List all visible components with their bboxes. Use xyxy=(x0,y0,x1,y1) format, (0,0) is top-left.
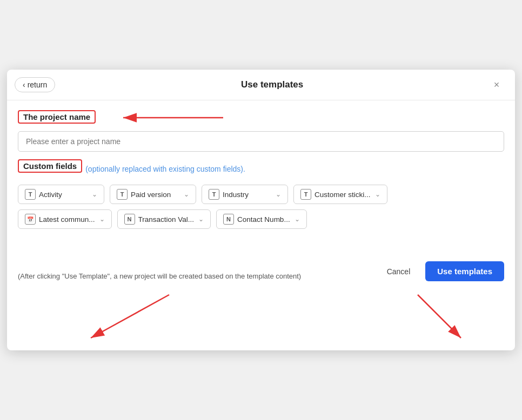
svg-line-2 xyxy=(91,295,169,338)
field-chip-transaction-val[interactable]: N Transaction Val... ⌄ xyxy=(117,209,211,229)
field-type-icon-paid: T xyxy=(117,189,128,200)
field-type-icon-activity: T xyxy=(25,189,36,200)
chevron-down-icon-transaction: ⌄ xyxy=(198,215,204,223)
custom-fields-section: Custom fields (optionally replaced with … xyxy=(18,159,504,229)
footer-note: (After clicking "Use Template", a new pr… xyxy=(18,271,301,282)
field-type-icon-industry: T xyxy=(209,189,219,200)
project-name-label: The project name xyxy=(18,110,96,124)
custom-fields-header: Custom fields (optionally replaced with … xyxy=(18,159,504,178)
chevron-left-icon: ‹ xyxy=(23,80,25,89)
dialog-title: Use templates xyxy=(55,79,489,90)
chevron-down-icon-customer: ⌄ xyxy=(375,191,380,198)
chevron-down-icon-contact: ⌄ xyxy=(295,215,300,223)
dialog-body: The project name Custom fields (optional… xyxy=(7,100,515,229)
chevron-down-icon-latest: ⌄ xyxy=(99,215,105,223)
field-label-contact: Contact Numb... xyxy=(237,215,290,223)
field-type-icon-latest: 📅 xyxy=(25,214,36,225)
footer-buttons: Cancel Use templates xyxy=(377,261,504,281)
chevron-down-icon-activity: ⌄ xyxy=(92,191,97,198)
project-name-section: The project name xyxy=(18,110,504,152)
field-chip-activity[interactable]: T Activity ⌄ xyxy=(18,185,104,204)
dialog-header: ‹ return Use templates × xyxy=(7,70,515,100)
field-label-paid: Paid version xyxy=(131,191,179,199)
close-icon: × xyxy=(494,79,500,91)
field-chip-industry[interactable]: T Industry ⌄ xyxy=(202,185,288,204)
return-button[interactable]: ‹ return xyxy=(15,77,55,92)
cancel-button[interactable]: Cancel xyxy=(377,262,420,281)
project-name-input[interactable] xyxy=(18,131,504,152)
custom-fields-label: Custom fields xyxy=(18,159,82,173)
return-label: return xyxy=(28,80,48,89)
field-label-activity: Activity xyxy=(39,191,88,199)
svg-line-3 xyxy=(418,295,461,338)
field-type-icon-transaction: N xyxy=(124,214,135,225)
field-label-latest: Latest commun... xyxy=(39,215,95,223)
field-label-customer: Customer sticki... xyxy=(314,191,371,199)
field-chip-latest-comm[interactable]: 📅 Latest commun... ⌄ xyxy=(18,209,112,229)
field-chip-contact-numb[interactable]: N Contact Numb... ⌄ xyxy=(216,209,307,229)
field-chip-customer-stickiness[interactable]: T Customer sticki... ⌄ xyxy=(293,185,387,204)
field-label-transaction: Transaction Val... xyxy=(138,215,195,223)
field-label-industry: Industry xyxy=(223,191,271,199)
chevron-down-icon-industry: ⌄ xyxy=(276,191,281,198)
close-button[interactable]: × xyxy=(489,77,504,92)
use-templates-dialog: ‹ return Use templates × The proje xyxy=(7,70,515,350)
fields-row-1: T Activity ⌄ T Paid version ⌄ T Industry… xyxy=(18,185,504,204)
field-type-icon-contact: N xyxy=(223,214,234,225)
fields-row-2: 📅 Latest commun... ⌄ N Transaction Val..… xyxy=(18,209,504,229)
dialog-footer: (After clicking "Use Template", a new pr… xyxy=(7,261,515,292)
chevron-down-icon-paid: ⌄ xyxy=(184,191,189,198)
field-type-icon-customer: T xyxy=(300,189,311,200)
field-chip-paid-version[interactable]: T Paid version ⌄ xyxy=(110,185,196,204)
use-templates-button[interactable]: Use templates xyxy=(425,261,504,281)
custom-fields-note: (optionally replaced with existing custo… xyxy=(85,165,245,173)
